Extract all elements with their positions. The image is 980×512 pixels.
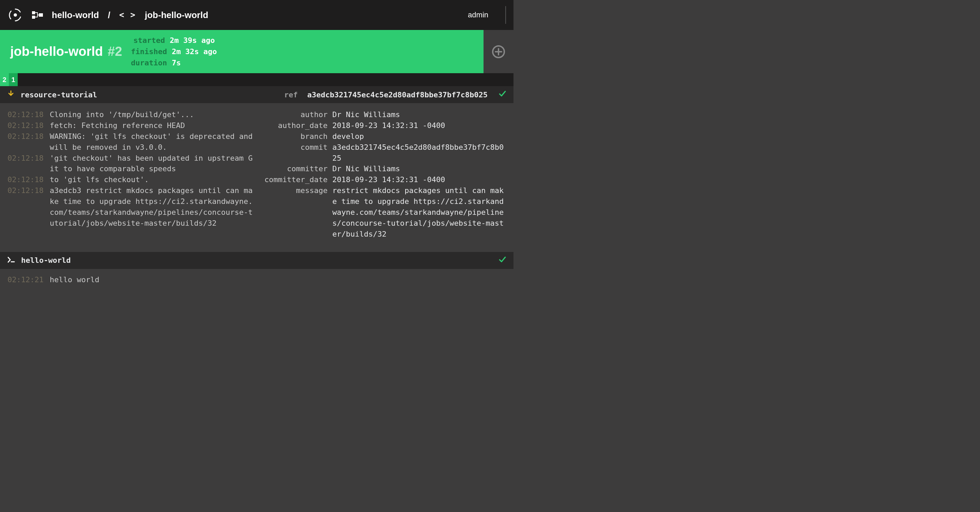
pipeline-icon: [32, 11, 43, 19]
meta-val: restrict mkdocs packages until can make …: [332, 185, 506, 239]
log-ts: 02:12:18: [8, 109, 44, 120]
step-name: resource-tutorial: [21, 91, 97, 99]
log-ts: 02:12:18: [8, 131, 44, 153]
log-ts: 02:12:18: [8, 153, 44, 175]
build-tab[interactable]: 2: [0, 73, 9, 86]
breadcrumb-separator: /: [108, 10, 110, 21]
build-header: job-hello-world #2 started2m 39s ago fin…: [0, 30, 514, 73]
timing-val: 2m 39s ago: [170, 35, 215, 46]
log-msg: a3edcb3 restrict mkdocs packages until c…: [50, 185, 253, 229]
svg-rect-3: [39, 13, 43, 17]
version-key: ref: [284, 91, 298, 99]
task-step-body: 02:12:21hello world: [0, 269, 514, 291]
build-title: job-hello-world #2: [10, 44, 122, 59]
trigger-build-button[interactable]: [484, 30, 514, 73]
meta-key: committer: [263, 164, 328, 174]
log-msg: fetch: Fetching reference HEAD: [50, 120, 185, 131]
svg-rect-2: [32, 16, 35, 19]
timing-val: 2m 32s ago: [172, 46, 217, 57]
svg-point-0: [14, 13, 17, 17]
meta-key: committer_date: [263, 174, 328, 185]
breadcrumb: hello-world / < > job-hello-world: [32, 10, 459, 21]
job-link[interactable]: job-hello-world: [145, 10, 208, 21]
step-metadata: authorDr Nic Williams author_date2018-09…: [263, 109, 506, 240]
timing-key: finished: [131, 46, 167, 57]
user-menu[interactable]: admin: [468, 11, 488, 19]
terminal-icon: [8, 256, 15, 265]
timing-val: 7s: [172, 57, 181, 68]
meta-key: branch: [263, 131, 328, 142]
log-msg: hello world: [50, 274, 99, 285]
log-ts: 02:12:18: [8, 174, 44, 185]
build-name: job-hello-world: [10, 44, 103, 59]
timing-key: started: [131, 35, 165, 46]
meta-val: Dr Nic Williams: [332, 164, 400, 174]
svg-rect-1: [32, 11, 35, 14]
log-msg: to 'git lfs checkout'.: [50, 174, 149, 185]
job-icon: < >: [119, 10, 136, 20]
topbar: hello-world / < > job-hello-world admin: [0, 0, 514, 30]
get-step-header[interactable]: resource-tutorial ref a3edcb321745ec4c5e…: [0, 86, 514, 103]
meta-val: develop: [332, 131, 364, 142]
build-timing: started2m 39s ago finished2m 32s ago dur…: [131, 35, 217, 68]
task-step-header[interactable]: hello-world: [0, 252, 514, 269]
version-value: a3edcb321745ec4c5e2d80adf8bbe37bf7c8b025: [307, 91, 488, 99]
build-tab[interactable]: 1: [9, 73, 18, 86]
meta-val: 2018-09-23 14:32:31 -0400: [332, 120, 445, 131]
timing-key: duration: [131, 57, 167, 68]
meta-val: 2018-09-23 14:32:31 -0400: [332, 174, 445, 185]
check-icon: [498, 256, 506, 265]
log-msg: 'git checkout' has been updated in upstr…: [50, 153, 253, 175]
get-step-body: 02:12:18Cloning into '/tmp/build/get'...…: [0, 103, 514, 252]
step-name: hello-world: [21, 256, 71, 264]
log-msg: Cloning into '/tmp/build/get'...: [50, 109, 194, 120]
check-icon: [498, 90, 506, 99]
pipeline-link[interactable]: hello-world: [52, 10, 99, 21]
log-ts: 02:12:18: [8, 185, 44, 229]
divider: [505, 6, 506, 24]
download-icon: [8, 90, 14, 99]
meta-val: Dr Nic Williams: [332, 109, 400, 120]
meta-key: author_date: [263, 120, 328, 131]
meta-key: commit: [263, 142, 328, 164]
build-list: 2 1: [0, 73, 514, 86]
log-ts: 02:12:18: [8, 120, 44, 131]
meta-val: a3edcb321745ec4c5e2d80adf8bbe37bf7c8b025: [332, 142, 506, 164]
log-ts: 02:12:21: [8, 274, 44, 285]
step-log: 02:12:18Cloning into '/tmp/build/get'...…: [8, 109, 253, 240]
meta-key: message: [263, 185, 328, 239]
concourse-logo-icon[interactable]: [8, 7, 23, 23]
log-msg: WARNING: 'git lfs checkout' is deprecate…: [50, 131, 253, 153]
build-number: #2: [108, 44, 122, 59]
meta-key: author: [263, 109, 328, 120]
